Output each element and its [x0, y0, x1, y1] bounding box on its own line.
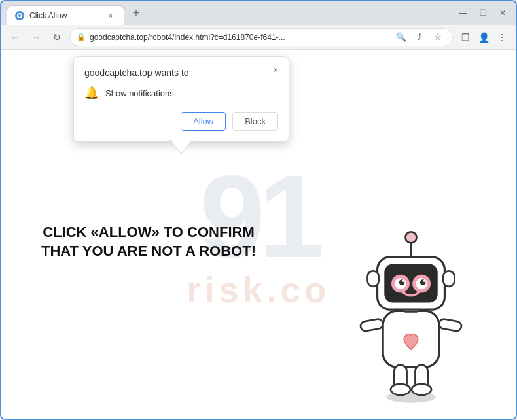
robot-illustration [339, 209, 483, 406]
active-tab[interactable]: Click Allow × [7, 5, 124, 25]
svg-point-1 [18, 14, 21, 17]
lock-icon: 🔒 [77, 33, 86, 41]
svg-point-24 [412, 384, 431, 395]
allow-button[interactable]: Allow [181, 112, 226, 131]
minimize-button[interactable]: — [455, 5, 471, 21]
popup-close-button[interactable]: × [269, 63, 282, 77]
speech-bubble-tail [169, 140, 193, 154]
popup-notification-row: 🔔 Show notifications [84, 86, 278, 100]
svg-rect-19 [368, 271, 379, 287]
watermark-text: risk.co [187, 269, 330, 311]
url-text: goodcaptcha.top/robot4/index.html?c=d161… [90, 33, 389, 42]
window-controls: — ❐ ✕ [455, 5, 510, 21]
share-icon[interactable]: ⤴ [412, 29, 427, 45]
title-bar: Click Allow × + — ❐ ✕ [1, 1, 516, 25]
tab-area: Click Allow × + [7, 1, 450, 25]
captcha-message: CLICK «ALLOW» TO CONFIRM THAT YOU ARE NO… [34, 223, 263, 260]
block-button[interactable]: Block [232, 112, 278, 131]
popup-buttons: Allow Block [84, 112, 278, 131]
tab-close-button[interactable]: × [105, 10, 116, 21]
svg-point-15 [402, 280, 404, 282]
popup-title: goodcaptcha.top wants to [84, 67, 278, 78]
svg-rect-5 [438, 318, 462, 332]
close-button[interactable]: ✕ [495, 5, 510, 21]
search-icon[interactable]: 🔍 [393, 29, 409, 45]
sidebar-icon[interactable]: ❒ [457, 29, 474, 46]
tab-favicon [15, 11, 24, 20]
svg-point-18 [405, 232, 416, 243]
refresh-button[interactable]: ↻ [48, 29, 65, 46]
toolbar-actions: ❒ 👤 ⋮ [457, 29, 510, 46]
back-button[interactable]: ← [7, 29, 24, 46]
svg-rect-20 [443, 271, 454, 287]
url-actions: 🔍 ⤴ ☆ [393, 29, 446, 45]
profile-icon[interactable]: 👤 [475, 29, 492, 46]
svg-rect-4 [360, 318, 383, 332]
robot-container [339, 209, 483, 406]
address-bar: ← → ↻ 🔒 goodcaptcha.top/robot4/index.htm… [1, 25, 516, 50]
svg-point-16 [423, 280, 425, 282]
popup-notification-label: Show notifications [105, 88, 174, 98]
browser-window: Click Allow × + — ❐ ✕ ← → ↻ 🔒 goodcaptch… [0, 0, 517, 420]
maximize-button[interactable]: ❐ [475, 5, 491, 21]
svg-point-23 [391, 384, 410, 395]
url-bar[interactable]: 🔒 goodcaptcha.top/robot4/index.html?c=d1… [69, 28, 453, 46]
new-tab-button[interactable]: + [127, 4, 145, 22]
page-content: 91 risk.co × goodcaptcha.top wants to 🔔 … [1, 50, 516, 419]
forward-button[interactable]: → [27, 29, 45, 46]
menu-icon[interactable]: ⋮ [493, 29, 510, 46]
tab-label: Click Allow [29, 11, 100, 20]
notification-popup: × goodcaptcha.top wants to 🔔 Show notifi… [73, 56, 289, 142]
page-main-text: CLICK «ALLOW» TO CONFIRM THAT YOU ARE NO… [34, 223, 263, 260]
bell-icon: 🔔 [84, 86, 99, 100]
bookmark-icon[interactable]: ☆ [430, 29, 446, 45]
